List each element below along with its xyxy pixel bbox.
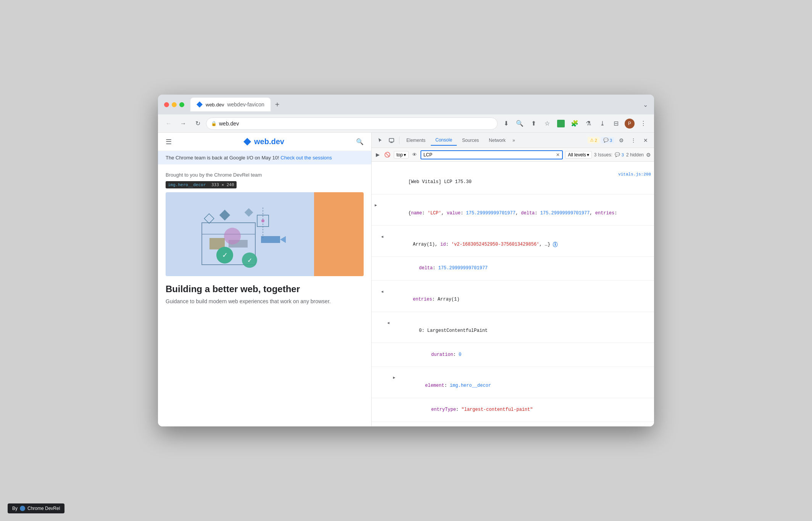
minimize-window-button[interactable] <box>172 102 177 107</box>
log-text-5-key: entries <box>413 297 432 302</box>
green-extension <box>557 120 565 127</box>
chrome-menu-icon[interactable]: ⋮ <box>637 117 649 130</box>
device-icon <box>388 137 395 143</box>
element-selector-text: img.hero__decor <box>168 182 206 187</box>
console-settings-button[interactable]: ⚙ <box>646 152 651 158</box>
hamburger-icon[interactable]: ☰ <box>166 138 172 146</box>
log-text-3: Array(1), id: 'v2-1683052452950-37560134… <box>413 242 557 247</box>
warnings-badge[interactable]: ⚠ 2 <box>588 137 599 143</box>
console-log-line-8: ▶ element: img.hero__decor <box>372 367 654 398</box>
download-page-icon[interactable]: ⬇ <box>500 117 512 130</box>
reload-button[interactable]: ↻ <box>192 117 204 130</box>
svg-rect-5 <box>204 214 214 223</box>
device-toolbar-button[interactable] <box>386 135 397 146</box>
user-avatar: P <box>625 119 635 129</box>
webpage-logo[interactable]: web.dev <box>243 137 284 146</box>
flask-icon[interactable]: ⚗ <box>582 117 594 130</box>
browser-menu-button[interactable]: ⌄ <box>643 101 648 108</box>
address-bar[interactable]: 🔒 web.dev <box>206 117 498 130</box>
expand-arrow-8[interactable]: ▶ <box>393 375 395 381</box>
issues-msg-icon: 💬 <box>615 152 620 157</box>
inspect-cursor-icon <box>377 137 383 143</box>
console-log-line-10: id: "" <box>372 422 654 426</box>
console-log-line-2: ▶ {name: 'LCP', value: 175.2999999970197… <box>372 195 654 226</box>
security-icon: 🔒 <box>211 121 217 126</box>
hero-section: Brought to you by the Chrome DevRel team… <box>158 164 371 313</box>
more-tabs-button[interactable]: » <box>511 136 517 145</box>
devtools-toolbar: Elements Console Sources Network » ⚠ 2 💬… <box>372 133 654 148</box>
warn-icon: ⚠ <box>590 138 594 143</box>
log-text-7-key: duration <box>431 352 453 357</box>
svg-rect-14 <box>261 236 280 243</box>
devtools-settings-button[interactable]: ⚙ <box>616 135 627 146</box>
tab-bar: web.dev webdev-favicon + <box>190 98 640 111</box>
profile-avatar[interactable]: P <box>624 117 636 130</box>
nav-right-icons: ⬇ 🔍 ⬆ ☆ 🧩 ⚗ ⤓ ⊟ P ⋮ <box>500 117 649 130</box>
zoom-icon[interactable]: 🔍 <box>514 117 526 130</box>
maximize-window-button[interactable] <box>179 102 184 107</box>
tab-close-button[interactable]: webdev-favicon <box>227 101 264 108</box>
msg-count: 3 <box>610 138 612 143</box>
console-filter[interactable]: ✕ <box>420 150 563 159</box>
log-text-4-val: 175.29999999701977 <box>438 265 488 271</box>
issues-badge[interactable]: 💬 3 <box>615 152 624 157</box>
tab-console[interactable]: Console <box>431 135 457 146</box>
svg-point-16 <box>261 219 264 222</box>
console-log-line-7: duration: 0 <box>372 343 654 367</box>
extension-green-icon[interactable] <box>555 117 567 130</box>
filter-input[interactable] <box>424 152 556 158</box>
hero-image-left: ✓ ✓ <box>166 192 314 276</box>
filter-clear-button[interactable]: ✕ <box>556 152 560 158</box>
expand-arrow-2[interactable]: ▶ <box>375 203 377 209</box>
traffic-lights <box>164 102 184 107</box>
svg-rect-4 <box>219 210 230 220</box>
webdev-logo-icon <box>243 138 251 146</box>
tab-elements[interactable]: Elements <box>402 135 430 145</box>
execute-context-icon[interactable]: ▶ <box>375 151 381 159</box>
log-text-8-key: element <box>425 383 444 388</box>
close-window-button[interactable] <box>164 102 169 107</box>
hero-description: Guidance to build modern web experiences… <box>166 297 364 306</box>
issues-count-text: 3 <box>622 153 624 157</box>
active-tab[interactable]: web.dev webdev-favicon <box>190 98 271 111</box>
tab-network[interactable]: Network <box>484 135 510 145</box>
console-log-line-9: entryType: "largest-contentful-paint" <box>372 398 654 422</box>
clear-console-icon[interactable]: 🚫 <box>383 151 392 159</box>
devtools-more-button[interactable]: ⋮ <box>628 135 639 146</box>
console-toolbar: ▶ 🚫 top ▾ 👁 ✕ All levels ▾ 3 Issues: 💬 <box>372 148 654 162</box>
log-text-6: 0: LargestContentfulPaint <box>419 328 488 333</box>
devtools-close-button[interactable]: ✕ <box>640 135 651 146</box>
search-icon[interactable]: 🔍 <box>356 138 364 145</box>
console-log-line-6: ▼ 0: LargestContentfulPaint <box>372 312 654 343</box>
context-dropdown-icon: ▾ <box>404 152 406 158</box>
bookmark-icon[interactable]: ☆ <box>541 117 553 130</box>
context-label: top <box>396 152 403 158</box>
expand-arrow-6[interactable]: ▼ <box>385 322 391 324</box>
main-area: ☰ web.dev 🔍 The Chrome team is back at G… <box>158 133 654 426</box>
svg-rect-6 <box>244 208 253 217</box>
tab-sources[interactable]: Sources <box>458 135 483 145</box>
browser-window: web.dev webdev-favicon + ⌄ ← → ↻ 🔒 web.d… <box>158 95 654 426</box>
devtools-right-icons: ⚠ 2 💬 3 ⚙ ⋮ ✕ <box>588 135 651 146</box>
messages-badge[interactable]: 💬 3 <box>601 137 614 143</box>
inspect-element-button[interactable] <box>375 135 385 146</box>
source-link-1[interactable]: vitals.js:208 <box>618 171 651 178</box>
nav-bar: ← → ↻ 🔒 web.dev ⬇ 🔍 ⬆ ☆ 🧩 ⚗ ⤓ ⊟ P ⋮ <box>158 114 654 133</box>
context-selector[interactable]: top ▾ <box>394 151 409 159</box>
download-icon[interactable]: ⤓ <box>596 117 608 130</box>
log-level-selector[interactable]: All levels ▾ <box>565 151 591 159</box>
back-button[interactable]: ← <box>163 117 175 130</box>
announcement-bar: The Chrome team is back at Google I/O on… <box>158 151 371 164</box>
expand-arrow-5[interactable]: ▼ <box>379 291 385 293</box>
puzzle-icon[interactable]: 🧩 <box>569 117 581 130</box>
expand-arrow-3[interactable]: ▼ <box>379 236 385 238</box>
tab-title: web.dev <box>206 102 224 108</box>
svg-rect-17 <box>389 138 394 142</box>
eye-icon[interactable]: 👁 <box>411 151 418 159</box>
share-icon[interactable]: ⬆ <box>527 117 540 130</box>
split-view-icon[interactable]: ⊟ <box>610 117 622 130</box>
announcement-link[interactable]: Check out the sessions <box>280 155 332 161</box>
tab-favicon-icon <box>197 101 203 108</box>
forward-button[interactable]: → <box>177 117 189 130</box>
new-tab-button[interactable]: + <box>272 99 283 111</box>
